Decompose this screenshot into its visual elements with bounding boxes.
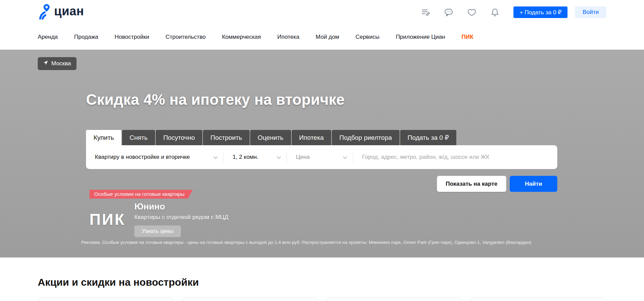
promo-cta-button[interactable]: Узнать цены	[134, 225, 181, 237]
tab-snyat[interactable]: Снять	[122, 130, 155, 145]
tab-ocenit[interactable]: Оценить	[250, 130, 291, 145]
tab-posutochno[interactable]: Посуточно	[156, 130, 202, 145]
main-content: Акции и скидки на новостройки	[0, 257, 644, 301]
location-badge[interactable]: Москва	[38, 57, 77, 70]
notifications-icon[interactable]	[490, 8, 499, 17]
main-nav: Аренда Продажа Новостройки Строительство…	[0, 24, 644, 50]
hero-section: Москва Скидка 4% на ипотеку на вторичке …	[0, 50, 644, 257]
promo-title: Юнино	[134, 201, 228, 212]
promo-card[interactable]	[326, 298, 462, 301]
my-listings-icon[interactable]	[421, 8, 430, 17]
promo-cards-row	[38, 298, 606, 301]
search-bar: Квартиру в новостройке и вторичке 1, 2 к…	[86, 145, 557, 169]
chevron-down-icon	[343, 154, 348, 159]
tab-ipoteka[interactable]: Ипотека	[292, 130, 331, 145]
geo-pointer-icon	[43, 60, 48, 67]
tab-podbor-rieltora[interactable]: Подбор риелтора	[332, 130, 400, 145]
nav-item-arenda[interactable]: Аренда	[38, 34, 58, 40]
nav-item-servisy[interactable]: Сервисы	[355, 34, 379, 40]
cian-logo-icon	[38, 3, 51, 21]
promo-card[interactable]	[38, 298, 174, 301]
chevron-down-icon	[277, 154, 281, 159]
promo-card[interactable]	[470, 298, 606, 301]
search-tabs: Купить Снять Посуточно Построить Оценить…	[86, 130, 557, 145]
messages-icon[interactable]	[444, 8, 453, 17]
promo-card[interactable]	[182, 298, 318, 301]
rooms-value: 1, 2 комн.	[233, 154, 258, 161]
nav-item-prodazha[interactable]: Продажа	[74, 34, 98, 40]
property-type-select[interactable]: Квартиру в новостройке и вторичке	[86, 145, 223, 169]
hero-title: Скидка 4% на ипотеку на вторичке	[86, 91, 557, 108]
nav-item-pik[interactable]: ПИК	[461, 34, 473, 40]
logo[interactable]: циан	[38, 3, 84, 21]
pik-logo: ПИК	[89, 212, 125, 227]
tab-postroit[interactable]: Построить	[203, 130, 250, 145]
header-actions: + Подать за 0 ₽ Войти	[421, 6, 606, 18]
favorites-icon[interactable]	[467, 8, 476, 17]
promo-badge: Особые условия на готовые квартиры	[89, 190, 193, 199]
logo-text: циан	[54, 3, 84, 19]
find-button[interactable]: Найти	[510, 176, 557, 192]
location-badge-label: Москва	[51, 60, 71, 67]
property-type-value: Квартиру в новостройке и вторичке	[95, 154, 190, 161]
nav-item-kommercheskaya[interactable]: Коммерческая	[222, 34, 261, 40]
hero-actions: Показать на карте Найти	[86, 176, 557, 192]
price-value: Цена	[296, 154, 310, 161]
header: циан	[0, 0, 644, 24]
nav-item-novostroyki[interactable]: Новостройки	[115, 34, 149, 40]
promo-subtitle: Квартиры с отделкой рядом с МЦД	[134, 214, 228, 221]
location-input[interactable]	[353, 145, 557, 169]
tab-podat-za-0[interactable]: Подать за 0 ₽	[400, 130, 456, 145]
section-title: Акции и скидки на новостройки	[38, 277, 606, 288]
chevron-down-icon	[214, 154, 218, 159]
promo-banner[interactable]: Особые условия на готовые квартиры ПИК Ю…	[86, 190, 557, 237]
rooms-select[interactable]: 1, 2 комн.	[224, 145, 287, 169]
nav-item-prilozhenie[interactable]: Приложение Циан	[396, 34, 445, 40]
promo-info: Юнино Квартиры с отделкой рядом с МЦД Уз…	[134, 201, 228, 237]
post-ad-button[interactable]: + Подать за 0 ₽	[513, 6, 567, 18]
promo-disclaimer: Реклама. Особые условия на готовые кварт…	[81, 240, 564, 245]
nav-item-moy-dom[interactable]: Мой дом	[316, 34, 339, 40]
show-on-map-button[interactable]: Показать на карте	[437, 176, 506, 192]
login-button[interactable]: Войти	[575, 6, 606, 18]
price-select[interactable]: Цена	[287, 145, 353, 169]
tab-kupit[interactable]: Купить	[86, 130, 121, 145]
nav-item-stroitelstvo[interactable]: Строительство	[166, 34, 206, 40]
nav-item-ipoteka[interactable]: Ипотека	[277, 34, 300, 40]
